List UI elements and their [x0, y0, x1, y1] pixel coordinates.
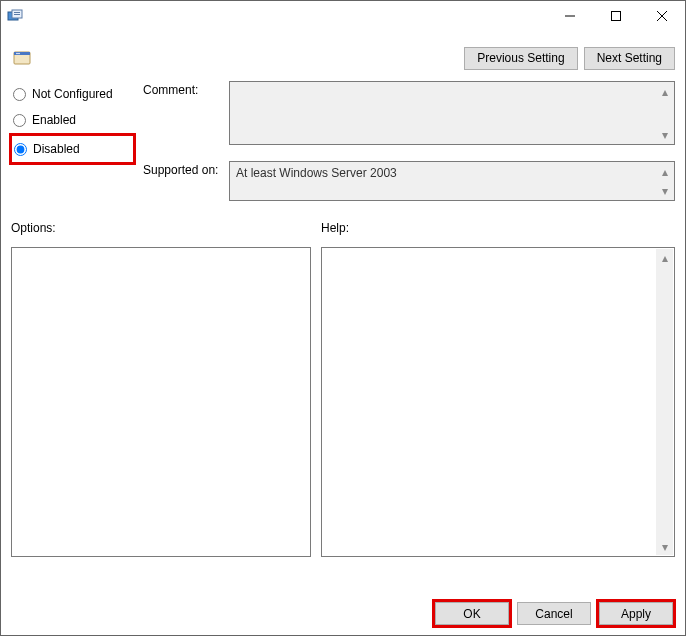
- help-label: Help:: [321, 221, 349, 235]
- scroll-down-icon: ▾: [656, 126, 673, 143]
- radio-enabled-label: Enabled: [32, 113, 76, 127]
- radio-disabled-input[interactable]: [14, 143, 27, 156]
- scroll-up-icon: ▴: [656, 163, 673, 180]
- apply-button[interactable]: Apply: [599, 602, 673, 625]
- window-controls: [547, 1, 685, 30]
- supported-scrollbar[interactable]: ▴ ▾: [656, 163, 673, 199]
- svg-point-10: [16, 53, 18, 55]
- state-radio-group: Not Configured Enabled Disabled: [11, 81, 136, 165]
- help-scrollbar[interactable]: ▴ ▾: [656, 249, 673, 555]
- scroll-down-icon: ▾: [656, 182, 673, 199]
- radio-not-configured[interactable]: Not Configured: [11, 81, 136, 107]
- maximize-button[interactable]: [593, 1, 639, 31]
- help-box: ▴ ▾: [321, 247, 675, 557]
- supported-on-value: At least Windows Server 2003: [236, 166, 397, 180]
- options-label: Options:: [11, 221, 56, 235]
- svg-rect-2: [14, 12, 20, 13]
- radio-disabled-label: Disabled: [33, 142, 80, 156]
- options-box: [11, 247, 311, 557]
- radio-not-configured-input[interactable]: [13, 88, 26, 101]
- previous-setting-button[interactable]: Previous Setting: [464, 47, 577, 70]
- radio-enabled[interactable]: Enabled: [11, 107, 136, 133]
- highlight-disabled: Disabled: [9, 133, 136, 165]
- radio-disabled[interactable]: Disabled: [12, 136, 133, 162]
- radio-enabled-input[interactable]: [13, 114, 26, 127]
- titlebar: [1, 1, 685, 31]
- svg-point-11: [18, 53, 20, 55]
- supported-on-label: Supported on:: [143, 163, 223, 177]
- scroll-down-icon: ▾: [656, 538, 673, 555]
- comment-label: Comment:: [143, 83, 223, 97]
- policy-icon: [13, 49, 31, 67]
- scroll-up-icon: ▴: [656, 83, 673, 100]
- close-button[interactable]: [639, 1, 685, 31]
- svg-rect-5: [612, 12, 621, 21]
- ok-button[interactable]: OK: [435, 602, 509, 625]
- supported-on-field: At least Windows Server 2003 ▴ ▾: [229, 161, 675, 201]
- cancel-button[interactable]: Cancel: [517, 602, 591, 625]
- app-icon: [7, 8, 23, 24]
- scroll-up-icon: ▴: [656, 249, 673, 266]
- radio-not-configured-label: Not Configured: [32, 87, 113, 101]
- minimize-button[interactable]: [547, 1, 593, 31]
- svg-rect-3: [14, 14, 20, 15]
- comment-scrollbar[interactable]: ▴ ▾: [656, 83, 673, 143]
- next-setting-button[interactable]: Next Setting: [584, 47, 675, 70]
- comment-field[interactable]: ▴ ▾: [229, 81, 675, 145]
